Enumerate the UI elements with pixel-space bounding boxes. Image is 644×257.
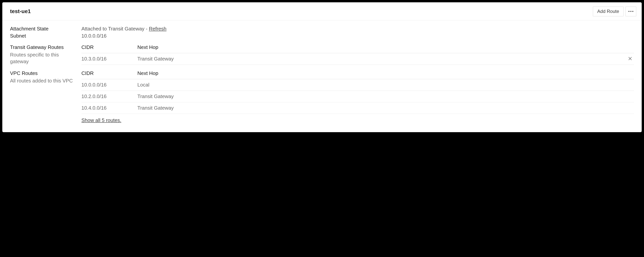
subnet-value: 10.0.0.0/16	[82, 33, 634, 39]
vpc-route-cidr-0: 10.0.0.0/16	[82, 82, 137, 88]
delete-route-icon[interactable]	[628, 56, 632, 62]
show-all-row: Show all 5 routes.	[82, 114, 634, 123]
vpc-route-hop-1: Transit Gateway	[137, 93, 622, 99]
subnet-label: Subnet	[10, 33, 74, 39]
table-row: 10.4.0.0/16 Transit Gateway	[82, 102, 634, 114]
vpc-routes-table: CIDR Next Hop 10.0.0.0/16 Local 10.2.0.0…	[82, 70, 634, 123]
show-all-routes-link[interactable]: Show all 5 routes.	[82, 117, 121, 123]
tgw-route-cidr: 10.3.0.0/16	[82, 56, 137, 62]
tgw-routes-table: CIDR Next Hop 10.3.0.0/16 Transit Gatewa…	[82, 44, 634, 65]
add-route-button[interactable]: Add Route	[593, 6, 624, 16]
vpc-route-hop-0: Local	[137, 82, 622, 88]
header-actions: Add Route	[593, 6, 636, 16]
table-row: 10.2.0.0/16 Transit Gateway	[82, 91, 634, 102]
tgw-col-cidr: CIDR	[82, 44, 137, 50]
refresh-link[interactable]: Refresh	[149, 26, 166, 32]
panel-header: test-ue1 Add Route	[2, 2, 642, 20]
tgw-routes-label: Transit Gateway Routes	[10, 44, 74, 50]
route-panel: test-ue1 Add Route Attachment State Atta…	[2, 2, 642, 132]
close-icon	[628, 57, 632, 60]
vpc-routes-sublabel: All routes added to this VPC	[10, 77, 74, 84]
vpc-routes-label-col: VPC Routes All routes added to this VPC	[10, 70, 74, 84]
ellipsis-icon	[628, 10, 634, 12]
vpc-routes-header-row: CIDR Next Hop	[82, 70, 634, 79]
svg-point-1	[630, 11, 631, 12]
tgw-routes-sublabel: Routes specific to this gateway	[10, 51, 74, 65]
panel-body: Attachment State Attached to Transit Gat…	[2, 20, 642, 132]
page-title: test-ue1	[10, 8, 31, 14]
table-row: 10.3.0.0/16 Transit Gateway	[82, 53, 634, 65]
vpc-route-cidr-2: 10.4.0.0/16	[82, 105, 137, 111]
more-actions-button[interactable]	[626, 6, 636, 16]
tgw-col-hop: Next Hop	[137, 44, 622, 50]
subnet-row: Subnet 10.0.0.0/16	[10, 33, 634, 39]
tgw-routes-label-col: Transit Gateway Routes Routes specific t…	[10, 44, 74, 65]
tgw-route-hop: Transit Gateway	[137, 56, 622, 62]
attachment-state-row: Attachment State Attached to Transit Gat…	[10, 26, 634, 32]
vpc-col-cidr: CIDR	[82, 70, 137, 76]
vpc-route-cidr-1: 10.2.0.0/16	[82, 93, 137, 99]
tgw-routes-section: Transit Gateway Routes Routes specific t…	[10, 44, 634, 65]
tgw-routes-header-row: CIDR Next Hop	[82, 44, 634, 53]
svg-point-2	[632, 11, 633, 12]
attachment-state-value: Attached to Transit Gateway - Refresh	[82, 26, 634, 32]
vpc-col-hop: Next Hop	[137, 70, 622, 76]
attachment-state-label: Attachment State	[10, 26, 74, 32]
svg-point-0	[628, 11, 629, 12]
attachment-state-text: Attached to Transit Gateway -	[82, 26, 149, 32]
table-row: 10.0.0.0/16 Local	[82, 79, 634, 91]
vpc-route-hop-2: Transit Gateway	[137, 105, 622, 111]
vpc-routes-label: VPC Routes	[10, 70, 74, 76]
vpc-routes-section: VPC Routes All routes added to this VPC …	[10, 70, 634, 123]
